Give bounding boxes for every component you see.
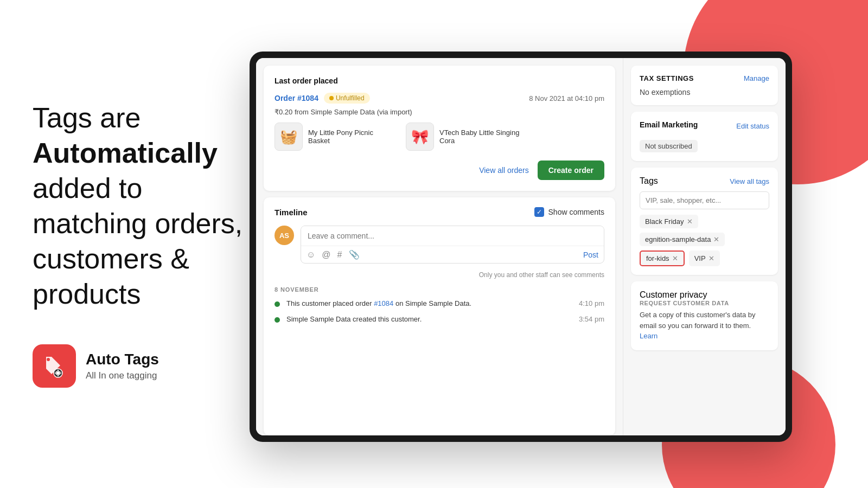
svg-point-0 [47, 358, 50, 361]
headline-line3: matching orders, [33, 208, 242, 239]
event-text-0: This customer placed order #1084 on Simp… [286, 299, 572, 307]
comment-box: AS ☺ @ # 📎 Post [275, 226, 604, 264]
headline-line2: added to [33, 172, 142, 204]
event-description-1: Simple Sample Data created this customer… [286, 315, 422, 323]
event-text-after-0: on Simple Sample Data. [395, 299, 471, 307]
tags-card: Tags View all tags Black Friday ✕ egniti… [631, 168, 778, 275]
order-actions: View all orders Create order [275, 160, 604, 180]
email-marketing-title: Email Marketing [640, 120, 698, 129]
tags-header: Tags View all tags [640, 176, 769, 186]
emoji-icon[interactable]: ☺ [307, 250, 315, 260]
timeline-dot-0 [275, 301, 280, 307]
unfulfilled-badge: Unfulfilled [324, 93, 370, 104]
device-inner: Last order placed Order #1084 Unfulfille… [256, 58, 786, 435]
timeline-event-0: This customer placed order #1084 on Simp… [275, 299, 604, 307]
product-name-1: VTech Baby Little Singing Cora [439, 129, 526, 145]
tax-card: TAX SETTINGS Manage No exemptions [631, 66, 778, 105]
app-info: Auto Tags All In one tagging [86, 351, 159, 381]
tag-chip-for-kids: for-kids ✕ [640, 251, 685, 266]
tag-chip-egnition: egnition-sample-data ✕ [640, 233, 725, 246]
tag-label-vip: VIP [694, 254, 706, 262]
tag-chip-black-friday: Black Friday ✕ [640, 215, 698, 228]
left-panel: Tags are Automatically added to matching… [33, 0, 260, 488]
privacy-card: Customer privacy REQUEST CUSTOMER DATA G… [631, 281, 778, 350]
comment-input[interactable] [301, 226, 604, 246]
headline-line5: products [33, 278, 141, 310]
order-date: 8 Nov 2021 at 04:10 pm [529, 94, 604, 102]
order-number[interactable]: Order #1084 [275, 94, 318, 102]
tags-title: Tags [640, 176, 658, 186]
timeline-event-1: Simple Sample Data created this customer… [275, 315, 604, 323]
mention-icon[interactable]: @ [322, 250, 330, 260]
tag-remove-vip[interactable]: ✕ [709, 255, 714, 262]
tax-title: TAX SETTINGS [640, 74, 694, 82]
tags-list: Black Friday ✕ egnition-sample-data ✕ fo… [640, 215, 769, 266]
timeline-card: Timeline Show comments AS [264, 197, 615, 435]
event-time-1: 3:54 pm [579, 315, 604, 323]
privacy-title: Customer privacy [640, 290, 769, 300]
timeline-dot-1 [275, 317, 280, 323]
tag-gear-icon [41, 352, 68, 380]
tags-input[interactable] [640, 191, 769, 209]
comment-icons: ☺ @ # 📎 [307, 249, 360, 260]
privacy-description: Get a copy of this customer's data by em… [640, 311, 755, 330]
last-order-title: Last order placed [275, 76, 604, 85]
tag-chip-vip: VIP ✕ [689, 251, 720, 266]
email-marketing-card: Email Marketing Edit status Not subscrib… [631, 112, 778, 161]
show-comments-wrapper[interactable]: Show comments [534, 207, 604, 217]
create-order-button[interactable]: Create order [538, 160, 604, 180]
svg-point-2 [56, 371, 60, 375]
event-text-before-0: This customer placed order [286, 299, 374, 307]
email-marketing-header: Email Marketing Edit status [640, 120, 769, 131]
tag-remove-for-kids[interactable]: ✕ [672, 255, 678, 262]
timeline-header: Timeline Show comments [275, 207, 604, 217]
app-icon [33, 344, 76, 388]
view-all-tags-link[interactable]: View all tags [730, 177, 769, 185]
tag-remove-egnition[interactable]: ✕ [713, 236, 719, 243]
tax-value: No exemptions [640, 88, 769, 97]
badge-label: Unfulfilled [336, 94, 365, 102]
show-comments-checkbox[interactable] [534, 207, 544, 217]
user-avatar: AS [275, 226, 294, 245]
app-tagline: All In one tagging [86, 370, 159, 381]
tax-header: TAX SETTINGS Manage [640, 74, 769, 82]
content-left: Last order placed Order #1084 Unfulfille… [256, 58, 623, 435]
product-item-1: 🎀 VTech Baby Little Singing Cora [406, 123, 526, 151]
device-frame: Last order placed Order #1084 Unfulfille… [250, 52, 792, 442]
tag-remove-black-friday[interactable]: ✕ [687, 218, 693, 225]
attach-icon[interactable]: 📎 [349, 249, 360, 260]
timeline-title: Timeline [275, 208, 308, 217]
comment-input-wrapper[interactable]: ☺ @ # 📎 Post [301, 226, 604, 264]
content-right: TAX SETTINGS Manage No exemptions Email … [623, 58, 786, 435]
post-button[interactable]: Post [583, 251, 598, 259]
privacy-text: Get a copy of this customer's data by em… [640, 310, 769, 342]
timeline-date-label: 8 NOVEMBER [275, 286, 604, 293]
tax-manage-link[interactable]: Manage [744, 74, 769, 82]
show-comments-label: Show comments [548, 208, 604, 216]
comment-toolbar: ☺ @ # 📎 Post [301, 246, 604, 263]
timeline-events: This customer placed order #1084 on Simp… [275, 299, 604, 323]
email-marketing-status: Not subscribed [640, 140, 698, 152]
app-card: Auto Tags All In one tagging [33, 344, 260, 388]
email-marketing-edit-link[interactable]: Edit status [736, 122, 769, 130]
order-left: Order #1084 Unfulfilled [275, 93, 370, 104]
hashtag-icon[interactable]: # [337, 250, 342, 260]
product-thumb-0: 🧺 [275, 123, 303, 151]
order-amount: ₹0.20 from Simple Sample Data (via impor… [275, 108, 604, 116]
staff-note: Only you and other staff can see comment… [275, 271, 604, 279]
product-item-0: 🧺 My Little Pony Picnic Basket [275, 123, 395, 151]
last-order-card: Last order placed Order #1084 Unfulfille… [264, 66, 615, 191]
tag-label-black-friday: Black Friday [645, 217, 684, 226]
tag-label-egnition: egnition-sample-data [645, 235, 711, 243]
privacy-label: REQUEST CUSTOMER DATA [640, 300, 769, 306]
product-thumb-1: 🎀 [406, 123, 434, 151]
product-name-0: My Little Pony Picnic Basket [308, 129, 395, 145]
privacy-learn-link[interactable]: Learn [640, 332, 658, 340]
event-order-link-0[interactable]: #1084 [374, 299, 393, 307]
headline-line1: Tags are [33, 102, 141, 133]
view-all-orders-button[interactable]: View all orders [479, 166, 529, 175]
event-text-1: Simple Sample Data created this customer… [286, 315, 572, 323]
badge-dot [329, 96, 334, 100]
headline-bold: Automatically [33, 137, 218, 169]
app-name: Auto Tags [86, 351, 159, 368]
